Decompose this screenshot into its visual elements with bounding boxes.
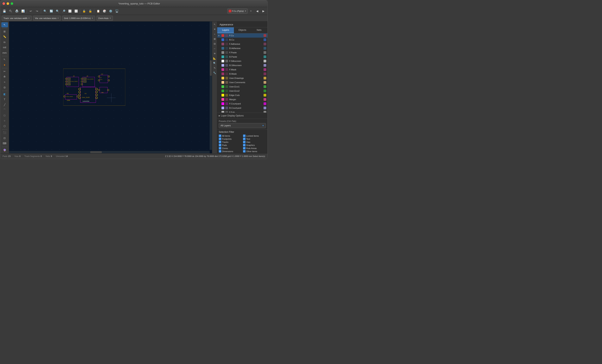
layer-visibility-toggle[interactable] — [264, 60, 266, 62]
scripting-console-btn[interactable]: 🔮 — [1, 147, 8, 153]
board-setup-button[interactable]: ⚙️ — [108, 8, 113, 14]
zoom-fit-button[interactable]: ⬜ — [67, 8, 73, 14]
drc-button[interactable]: 📋 — [95, 8, 101, 14]
layer-item[interactable]: B.Silkscreen — [217, 63, 268, 67]
layer-settings-button[interactable]: ≡ — [248, 8, 254, 14]
horizontal-scrollbar-thumb[interactable] — [90, 151, 102, 153]
redo-button[interactable]: ↪ — [34, 8, 40, 14]
layer-visibility-toggle[interactable] — [264, 85, 266, 88]
rules-tool[interactable]: 📐 — [213, 56, 217, 61]
add-text-btn[interactable]: T — [1, 97, 8, 102]
sf-checkbox[interactable] — [219, 141, 221, 143]
mm-btn[interactable]: mm — [1, 50, 8, 55]
print-button[interactable]: 🖨️ — [14, 8, 20, 14]
layer-item[interactable]: B.Courtyard — [217, 106, 268, 110]
track-width-selector[interactable]: Track: use netclass width ▼ — [2, 16, 32, 21]
sf-checkbox[interactable] — [219, 138, 221, 140]
annotate-tool[interactable]: ✎ — [213, 66, 217, 70]
tab-objects[interactable]: Objects — [234, 27, 251, 33]
diff-pair-btn[interactable]: ≈ — [1, 80, 8, 85]
layer-item[interactable]: B.Cu — [217, 38, 268, 42]
horizontal-scrollbar[interactable] — [9, 151, 210, 153]
route-tool-right[interactable]: ⌁ — [213, 32, 217, 36]
sf-checkbox[interactable] — [219, 147, 221, 149]
layer-visibility-toggle[interactable] — [264, 102, 266, 105]
layer-visibility-toggle[interactable] — [264, 47, 266, 50]
ruler-btn[interactable]: 📏 — [1, 34, 8, 39]
layer-visibility-toggle[interactable] — [264, 34, 266, 37]
sf-checkbox[interactable] — [243, 135, 246, 137]
layer-item[interactable]: F.Fab — [217, 110, 268, 113]
add-footprint-btn[interactable]: ◧ — [1, 92, 8, 97]
maximize-button[interactable] — [11, 2, 13, 5]
vertical-scrollbar[interactable] — [210, 21, 212, 150]
add-via-btn[interactable]: ◎ — [1, 85, 8, 90]
layer-visibility-toggle[interactable] — [264, 64, 266, 67]
layer-visibility-toggle[interactable] — [264, 43, 266, 45]
layer-selector[interactable]: F.Cu (PgUp) ▼ — [227, 9, 248, 14]
next-layer-button[interactable]: ▶ — [260, 8, 266, 14]
layer-item[interactable]: B.Adhesive — [217, 46, 268, 50]
draw-arc-btn[interactable]: ⌒ — [1, 108, 8, 113]
layer-visibility-toggle[interactable] — [264, 98, 266, 101]
layer-item[interactable]: F.Adhesive — [217, 42, 268, 46]
draw-line-btn[interactable]: ╱ — [1, 102, 8, 107]
netlist-button[interactable]: 🔌 — [8, 8, 13, 14]
via-size-selector[interactable]: Via: use netclass sizes ▼ — [33, 16, 61, 21]
add-zone-btn[interactable]: ⬛ — [1, 130, 8, 135]
layer-item[interactable]: User.Eco2 — [217, 89, 268, 93]
tab-nets[interactable]: Nets — [251, 27, 268, 33]
layer-item[interactable]: User.Comments — [217, 80, 268, 84]
sf-checkbox[interactable] — [219, 150, 221, 153]
layer-item[interactable]: User.Eco1 — [217, 84, 268, 89]
sf-checkbox[interactable] — [243, 141, 246, 143]
measure-btn[interactable]: in — [1, 40, 8, 45]
layer-item[interactable]: User.Drawings — [217, 76, 268, 80]
layer-item[interactable]: B.Paste — [217, 55, 268, 59]
sf-checkbox[interactable] — [243, 147, 246, 149]
refresh-button[interactable]: 🔄 — [48, 8, 54, 14]
grid-btn[interactable]: ⊞ — [1, 29, 8, 34]
layer-visibility-toggle[interactable] — [264, 77, 266, 80]
measure-tool[interactable]: ↔ — [213, 47, 217, 51]
layer-visibility-toggle[interactable] — [264, 38, 266, 41]
search-button[interactable]: 🔍 — [42, 8, 48, 14]
zoom-area-button[interactable]: ⬜ — [73, 8, 79, 14]
layer-item[interactable]: ▶F.Cu — [217, 33, 268, 38]
sf-checkbox[interactable] — [243, 138, 246, 140]
layer-item[interactable]: F.Paste — [217, 50, 268, 55]
netinspect-tool[interactable]: 🔍 — [213, 61, 217, 65]
lock-button[interactable]: 🔒 — [81, 8, 87, 14]
layer-visibility-toggle[interactable] — [264, 81, 266, 84]
tab-layers[interactable]: Layers — [217, 27, 234, 33]
layer-visibility-toggle[interactable] — [264, 111, 266, 113]
layer-visibility-toggle[interactable] — [264, 73, 266, 75]
highlight-tool[interactable]: ⊞ — [213, 37, 217, 41]
layer-visibility-toggle[interactable] — [264, 55, 266, 58]
layer-item[interactable]: Margin — [217, 97, 268, 102]
zoom-out-button[interactable]: 🔎 — [61, 8, 66, 14]
zoom-selector[interactable]: Zoom Auto ▼ — [97, 16, 113, 21]
sf-checkbox[interactable] — [243, 150, 246, 153]
select-tool[interactable]: ↖ — [1, 22, 8, 27]
prev-layer-button[interactable]: ◀ — [254, 8, 260, 14]
layer-visibility-toggle[interactable] — [264, 107, 266, 109]
layer-item[interactable]: B.Mask — [217, 72, 268, 76]
sf-checkbox[interactable] — [243, 144, 246, 146]
pointer-btn[interactable]: ↖ — [1, 57, 8, 62]
draw-rect-btn[interactable]: □ — [1, 113, 8, 118]
layer-item[interactable]: Edge.Cuts — [217, 93, 268, 97]
unlock-button[interactable]: 🔓 — [87, 8, 93, 14]
minimize-button[interactable] — [7, 2, 9, 5]
mil-btn[interactable]: mil — [1, 45, 8, 50]
canvas-area[interactable]: J3 Conn_01x02 J2 — [9, 21, 212, 153]
add-rule-btn[interactable]: ⊡ — [1, 136, 8, 141]
layer-visibility-toggle[interactable] — [264, 68, 266, 71]
plot-button[interactable]: 📊 — [20, 8, 26, 14]
zoom-tool[interactable]: ⊟ — [213, 42, 217, 46]
layer-visibility-toggle[interactable] — [264, 90, 266, 92]
layer-display-header[interactable]: ▶ Layer Display Options — [219, 114, 266, 117]
layer-visibility-toggle[interactable] — [264, 94, 266, 96]
flip-btn[interactable]: ≋ — [213, 51, 217, 56]
grid-selector[interactable]: Grid: 1.0000 mm (0.0394 in) ▼ — [62, 16, 95, 21]
